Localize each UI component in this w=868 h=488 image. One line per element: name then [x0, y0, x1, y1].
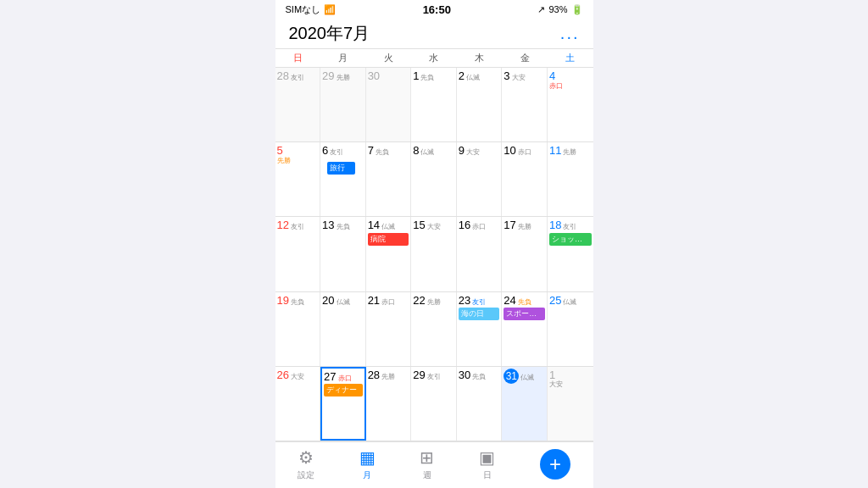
- day-3[interactable]: 3大安: [502, 68, 548, 141]
- day-17[interactable]: 17先勝: [502, 217, 548, 291]
- event-dinner[interactable]: ディナー: [324, 384, 363, 396]
- day-23[interactable]: 23友引 海の日: [457, 292, 503, 366]
- weekday-thu: 木: [457, 49, 503, 67]
- day-18[interactable]: 18友引 ショッピング: [548, 217, 593, 291]
- day-14[interactable]: 14仏滅 病院: [366, 217, 412, 291]
- rokuyo: 先負: [420, 75, 434, 81]
- day-num: 10: [504, 144, 515, 158]
- more-menu-button[interactable]: ...: [560, 24, 580, 43]
- day-num: 17: [504, 219, 515, 232]
- day-11[interactable]: 11先勝: [548, 142, 593, 216]
- status-right: ↗ 93% 🔋: [537, 4, 582, 15]
- day-2[interactable]: 2仏滅: [457, 68, 503, 141]
- day-num: 30: [368, 69, 380, 83]
- day-19[interactable]: 19先負: [275, 292, 321, 366]
- day-num: 6: [322, 144, 328, 158]
- day-num: 19: [277, 294, 289, 308]
- battery-icon: 🔋: [571, 4, 583, 15]
- day-5[interactable]: 5 先勝: [275, 142, 321, 216]
- carrier-text: SIMなし: [286, 3, 321, 16]
- day-1[interactable]: 1先負: [411, 68, 457, 141]
- weekday-sat: 土: [548, 49, 593, 67]
- day-9[interactable]: 9大安: [457, 142, 503, 216]
- day-30-prev[interactable]: 30: [366, 68, 412, 141]
- day-tab[interactable]: ▣ 日: [479, 447, 495, 481]
- day-num: 3: [504, 69, 509, 83]
- day-num: 30: [459, 369, 470, 382]
- wifi-icon: 📶: [324, 4, 336, 15]
- day-28-prev[interactable]: 28友引: [275, 68, 321, 141]
- week-tab[interactable]: ⊞ 週: [420, 447, 434, 481]
- day-num: 29: [322, 69, 334, 83]
- day-24[interactable]: 24先負 スポーツの: [502, 292, 548, 366]
- day-26[interactable]: 26大安: [275, 367, 321, 441]
- day-21[interactable]: 21赤口: [366, 292, 412, 366]
- add-event-button[interactable]: +: [540, 449, 570, 480]
- day-num: 13: [322, 219, 334, 232]
- calendar-header: 2020年7月 ...: [275, 19, 593, 49]
- month-title: 2020年7月: [289, 22, 370, 45]
- day-num: 8: [413, 144, 419, 158]
- day-10[interactable]: 10赤口: [502, 142, 548, 216]
- day-28[interactable]: 28先勝: [366, 367, 412, 441]
- week-row-5: 26大安 27赤口 ディナー 28先勝 29友引 30先負 31仏滅: [275, 367, 593, 441]
- day-15[interactable]: 15大安: [411, 217, 457, 291]
- day-29-prev[interactable]: 29先勝: [320, 68, 366, 141]
- day-num: 7: [368, 144, 374, 158]
- day-num: 25: [549, 294, 561, 308]
- event-sports[interactable]: スポーツの: [504, 308, 545, 320]
- month-tab[interactable]: ▦ 月: [359, 447, 376, 481]
- day-12[interactable]: 12友引: [275, 217, 321, 291]
- day-num: 22: [413, 294, 425, 308]
- weekday-header: 日 月 火 水 木 金 土: [275, 49, 593, 68]
- status-left: SIMなし 📶: [286, 3, 337, 16]
- day-num: 18: [549, 219, 561, 232]
- day-31-today[interactable]: 31仏滅: [502, 367, 548, 441]
- month-icon: ▦: [359, 447, 376, 468]
- day-num: 14: [368, 219, 380, 232]
- day-30[interactable]: 30先負: [457, 367, 503, 441]
- day-29[interactable]: 29友引: [411, 367, 457, 441]
- week-row-4: 19先負 20仏滅 21赤口 22先勝 23友引 海の日 24先負 スポーツの: [275, 292, 593, 367]
- settings-tab[interactable]: ⚙ 設定: [298, 447, 314, 481]
- month-label: 月: [363, 469, 371, 481]
- day-num: 11: [549, 144, 561, 158]
- event-uminohi[interactable]: 海の日: [459, 308, 500, 320]
- event-shopping[interactable]: ショッピング: [549, 233, 592, 246]
- weekday-fri: 金: [502, 49, 548, 67]
- weekday-tue: 火: [366, 49, 412, 67]
- day-20[interactable]: 20仏滅: [320, 292, 366, 366]
- day-7[interactable]: 7先負: [366, 142, 412, 216]
- day-num: 29: [413, 369, 425, 382]
- day-label: 日: [483, 469, 492, 481]
- rokuyo: 友引: [291, 75, 304, 81]
- day-num: 20: [322, 294, 334, 308]
- day-25[interactable]: 25仏滅: [548, 292, 593, 366]
- settings-label: 設定: [298, 469, 314, 481]
- day-8[interactable]: 8仏滅: [411, 142, 457, 216]
- day-num: 28: [368, 369, 380, 382]
- calendar-view: 日 月 火 水 木 金 土 28友引 29先勝 30 1先負: [275, 49, 593, 441]
- event-byoin[interactable]: 病院: [368, 233, 409, 246]
- rokuyo: 大安: [512, 75, 526, 81]
- day-num: 12: [277, 219, 289, 232]
- status-bar: SIMなし 📶 16:50 ↗ 93% 🔋: [275, 0, 593, 19]
- settings-icon: ⚙: [298, 447, 314, 468]
- day-1-next[interactable]: 1 大安: [548, 367, 593, 441]
- day-22[interactable]: 22先勝: [411, 292, 457, 366]
- battery-text: 93%: [548, 4, 567, 14]
- rokuyo: 大安: [549, 381, 592, 388]
- day-27-selected[interactable]: 27赤口 ディナー: [320, 367, 366, 441]
- weekday-wed: 水: [411, 49, 457, 67]
- event-ryoko[interactable]: 旅行: [327, 162, 356, 175]
- day-4[interactable]: 4 赤口: [548, 68, 593, 141]
- day-6[interactable]: 6友引 旅行: [320, 142, 366, 216]
- rokuyo: 赤口: [549, 83, 592, 90]
- day-num: 1: [549, 369, 555, 382]
- day-16[interactable]: 16赤口: [457, 217, 503, 291]
- day-num: 31: [504, 369, 519, 384]
- day-13[interactable]: 13先負: [320, 217, 366, 291]
- day-icon: ▣: [479, 447, 495, 468]
- day-num: 2: [459, 69, 465, 83]
- add-icon: +: [549, 452, 561, 476]
